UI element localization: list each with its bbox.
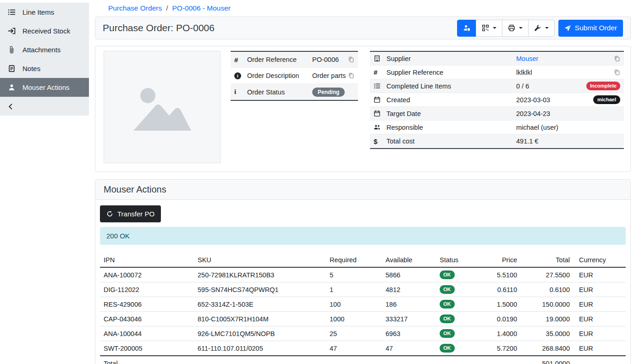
copy-button[interactable] (614, 55, 620, 62)
detail-label: Supplier Reference (386, 69, 516, 76)
cell-total: 35.0000 (521, 326, 573, 341)
status-ok-badge: OK (440, 344, 455, 353)
copy-button[interactable] (348, 72, 354, 79)
detail-row-supplier-reference: # Supplier Reference lklklkl (370, 66, 624, 79)
detail-row-created: Created 2023-03-03 michael (370, 93, 624, 107)
users-icon (374, 124, 386, 131)
sidebar-item-label: Line Items (22, 8, 54, 16)
dollar-icon: $ (374, 138, 386, 145)
sidebar-item-attachments[interactable]: Attachments (0, 40, 89, 59)
detail-value: lklklkl (516, 69, 532, 76)
panel-title: Mouser Actions (104, 184, 622, 195)
cell-available: 4812 (382, 282, 436, 297)
user-actions-button[interactable] (457, 20, 476, 37)
sidebar: Line Items Received Stock Attachments No… (0, 3, 89, 116)
note-icon (8, 65, 16, 72)
cell-price: 1.4000 (482, 326, 521, 341)
sidebar-item-notes[interactable]: Notes (0, 59, 89, 78)
detail-value: 2023-04-23 (516, 110, 550, 117)
building-icon (374, 55, 386, 62)
chevron-left-icon (7, 103, 14, 110)
submit-order-button[interactable]: Submit Order (558, 20, 623, 37)
print-actions-button[interactable] (502, 20, 529, 37)
cell-sku: 595-SN74HCS74QPWRQ1 (194, 282, 326, 297)
status-ok-badge: OK (440, 314, 455, 323)
user-icon (8, 83, 16, 91)
cell-sku: 926-LMC7101QM5/NOPB (194, 326, 326, 341)
list-icon (8, 8, 16, 16)
cell-available: 6963 (382, 326, 436, 341)
detail-row-completed-line-items: Completed Line Items 0 / 6 Incomplete (370, 79, 624, 93)
breadcrumb-link-current-order[interactable]: PO-0006 - Mouser (172, 4, 231, 12)
table-header-row: IPN SKU Required Available Status Price … (100, 253, 626, 267)
sidebar-collapse-button[interactable] (0, 97, 89, 116)
cell-sku: 652-3314Z-1-503E (194, 297, 326, 312)
main-content: Purchase Orders / PO-0006 - Mouser Purch… (89, 3, 634, 364)
breadcrumb-link-purchase-orders[interactable]: Purchase Orders (108, 4, 162, 12)
detail-row-responsible: Responsible michael (user) (370, 121, 624, 134)
transfer-po-button[interactable]: Transfer PO (100, 205, 161, 222)
detail-row-order-description: i Order Description Order parts (231, 68, 358, 84)
cell-ipn: DIG-112022 (100, 282, 194, 297)
status-ok-badge: OK (440, 329, 455, 338)
refresh-icon (106, 210, 113, 217)
calendar-icon (374, 96, 386, 103)
order-image-placeholder[interactable] (104, 51, 221, 163)
detail-row-order-status: i Order Status Pending (231, 84, 358, 100)
panel-header: Mouser Actions (95, 180, 630, 200)
detail-value: PO-0006 (312, 56, 339, 63)
sidebar-item-label: Attachments (22, 46, 61, 54)
detail-label: Target Date (386, 110, 516, 117)
table-row: CAP-043046 810-C1005X7R1H104M 1000 33321… (100, 312, 626, 326)
transfer-po-label: Transfer PO (117, 210, 154, 218)
copy-button[interactable] (614, 69, 620, 76)
status-ok-badge: OK (440, 285, 455, 294)
table-row: ANA-100072 250-72981KLRATR150B3 5 5866 O… (100, 267, 626, 282)
user-badge: michael (593, 95, 620, 104)
order-details-card: # Order Reference PO-0006 i Order Descri… (95, 46, 631, 172)
cell-total: 150.0000 (521, 297, 573, 312)
total-label: Total (100, 356, 521, 364)
cell-currency: EUR (573, 282, 626, 297)
col-header-status: Status (436, 253, 482, 267)
col-header-required: Required (326, 253, 382, 267)
table-row: DIG-112022 595-SN74HCS74QPWRQ1 1 4812 OK… (100, 282, 626, 297)
printer-icon (508, 24, 515, 32)
cell-status: OK (436, 326, 482, 341)
checklist-icon (374, 83, 386, 89)
detail-value: 2023-03-03 (516, 96, 550, 104)
page-header: Purchase Order: PO-0006 (95, 17, 631, 39)
copy-icon (348, 72, 354, 79)
cell-available: 47 (382, 341, 436, 356)
sign-in-icon (8, 27, 16, 35)
header-actions: Submit Order (457, 20, 623, 37)
info-filled-icon: i (234, 72, 247, 79)
mouser-actions-panel: Mouser Actions Transfer PO 200 OK IPN SK… (95, 179, 631, 364)
cell-ipn: RES-429006 (100, 297, 194, 312)
hash-icon: # (374, 68, 386, 76)
cell-required: 1 (326, 282, 382, 297)
detail-value: 491.1 € (516, 138, 538, 145)
submit-order-label: Submit Order (575, 24, 617, 32)
cell-available: 5866 (382, 267, 436, 282)
sidebar-item-received-stock[interactable]: Received Stock (0, 22, 89, 40)
status-ok-badge: OK (440, 300, 455, 309)
cell-currency: EUR (573, 297, 626, 312)
detail-label: Order Status (247, 88, 312, 96)
order-actions-button[interactable] (528, 20, 555, 37)
barcode-actions-button[interactable] (476, 20, 502, 37)
sidebar-item-label: Notes (22, 65, 40, 72)
order-status-badge: Pending (312, 88, 345, 97)
breadcrumb: Purchase Orders / PO-0006 - Mouser (95, 3, 631, 17)
sidebar-item-mouser-actions[interactable]: Mouser Actions (0, 78, 89, 97)
supplier-link[interactable]: Mouser (516, 55, 538, 62)
cell-required: 100 (326, 297, 382, 312)
page-title: Purchase Order: PO-0006 (103, 22, 215, 33)
col-header-currency: Currency (573, 253, 626, 267)
cell-sku: 810-C1005X7R1H104M (194, 312, 326, 326)
copy-button[interactable] (348, 56, 354, 63)
status-ok-badge: OK (440, 270, 455, 279)
sidebar-item-line-items[interactable]: Line Items (0, 3, 89, 22)
cell-status: OK (436, 312, 482, 326)
cell-price: 0.0190 (482, 312, 521, 326)
